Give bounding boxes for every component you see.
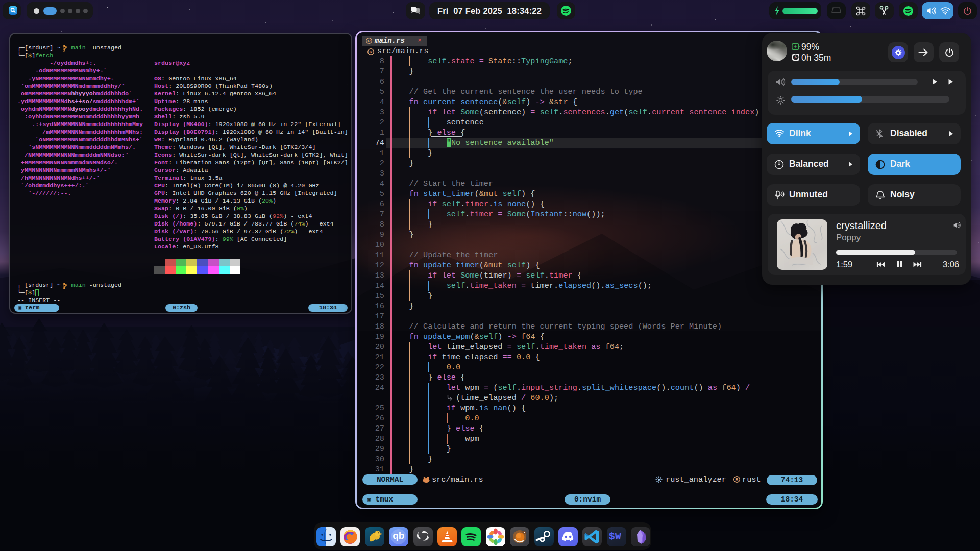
svg-text:R: R	[368, 39, 371, 43]
svg-text:R: R	[736, 477, 739, 482]
svg-text:R: R	[370, 49, 373, 54]
